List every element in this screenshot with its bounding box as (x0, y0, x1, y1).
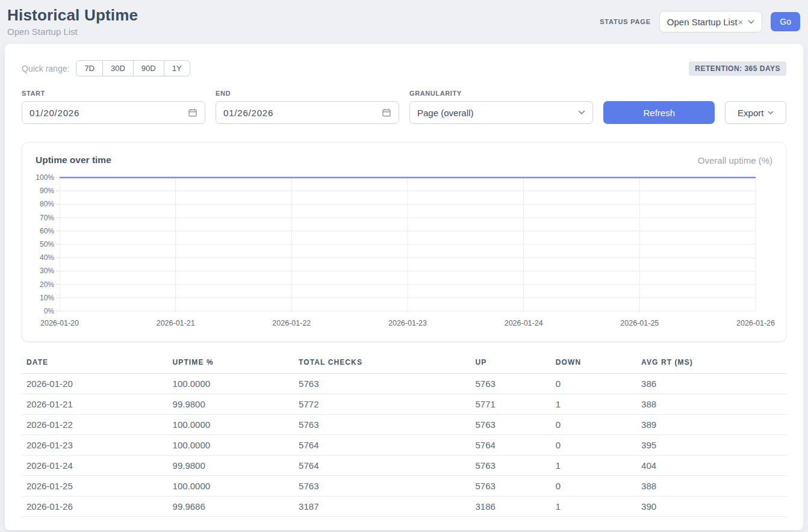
calendar-icon[interactable] (382, 108, 391, 117)
table-cell: 0 (551, 415, 636, 435)
end-date-value: 01/26/2026 (223, 108, 273, 118)
table-cell: 404 (636, 456, 786, 476)
quick-range-7d-button[interactable]: 7D (76, 60, 103, 76)
export-button[interactable]: Export (725, 101, 786, 124)
table-cell: 5763 (294, 476, 470, 496)
table-cell: 1 (551, 394, 636, 415)
table-cell: 5764 (294, 456, 470, 476)
main-panel: Quick range: 7D30D90D1Y RETENTION: 365 D… (5, 44, 803, 530)
chart-legend: Overall uptime (%) (698, 155, 772, 165)
table-row: 2026-01-23100.0000576457640395 (22, 435, 786, 456)
page-subtitle: Open Startup List (7, 26, 138, 37)
column-header: AVG RT (MS) (636, 354, 786, 374)
svg-text:2026-01-24: 2026-01-24 (505, 319, 543, 327)
svg-text:40%: 40% (40, 253, 54, 262)
table-header-row: DATEUPTIME %TOTAL CHECKSUPDOWNAVG RT (MS… (22, 354, 786, 374)
export-label: Export (738, 108, 763, 118)
column-header: UPTIME % (168, 354, 294, 374)
svg-text:2026-01-25: 2026-01-25 (620, 319, 659, 327)
uptime-chart-card: Uptime over time Overall uptime (%) 0%10… (22, 142, 786, 342)
granularity-select[interactable]: Page (overall) (409, 101, 593, 124)
table-row: 2026-01-25100.0000576357630388 (22, 476, 786, 496)
retention-badge: RETENTION: 365 DAYS (689, 61, 786, 76)
title-block: Historical Uptime Open Startup List (7, 6, 138, 37)
chevron-down-icon (578, 110, 585, 115)
table-cell: 389 (636, 415, 786, 435)
table-cell: 5772 (294, 394, 470, 415)
status-page-select[interactable]: Open Startup List × (659, 11, 763, 32)
table-cell: 0 (551, 435, 636, 456)
table-cell: 390 (636, 496, 786, 517)
svg-text:2026-01-22: 2026-01-22 (272, 319, 311, 327)
quick-range-row: Quick range: 7D30D90D1Y RETENTION: 365 D… (22, 60, 786, 76)
table-cell: 2026-01-26 (22, 496, 168, 517)
table-cell: 5763 (470, 415, 550, 435)
table-cell: 388 (636, 476, 786, 496)
filter-form-row: START 01/20/2026 END 01/26/2026 GRANULAR… (22, 90, 786, 124)
table-cell: 2026-01-20 (22, 374, 168, 394)
table-cell: 100.0000 (168, 374, 294, 394)
svg-text:80%: 80% (40, 200, 54, 208)
svg-text:50%: 50% (40, 240, 54, 249)
quick-range-1y-button[interactable]: 1Y (164, 60, 190, 76)
go-button[interactable]: Go (771, 12, 800, 31)
granularity-field: GRANULARITY Page (overall) (409, 90, 593, 124)
svg-text:2026-01-20: 2026-01-20 (40, 319, 79, 327)
end-date-field: END 01/26/2026 (216, 90, 399, 124)
top-header: Historical Uptime Open Startup List STAT… (0, 0, 808, 44)
table-row: 2026-01-20100.0000576357630386 (22, 374, 786, 394)
chart-plot-area: 0%10%20%30%40%50%60%70%80%90%100%2026-01… (36, 172, 772, 332)
svg-text:2026-01-21: 2026-01-21 (157, 319, 195, 327)
quick-range-90d-button[interactable]: 90D (134, 60, 164, 76)
table-row: 2026-01-22100.0000576357630389 (22, 415, 786, 435)
table-cell: 386 (636, 374, 786, 394)
status-page-label: STATUS PAGE (600, 18, 651, 25)
column-header: DOWN (551, 354, 636, 374)
svg-text:30%: 30% (40, 267, 54, 275)
end-date-input[interactable]: 01/26/2026 (216, 101, 399, 124)
chart-title: Uptime over time (36, 155, 111, 165)
table-cell: 3187 (294, 496, 470, 517)
chart-header: Uptime over time Overall uptime (%) (36, 155, 772, 165)
table-cell: 0 (551, 374, 636, 394)
svg-text:10%: 10% (40, 294, 54, 302)
table-cell: 5763 (470, 476, 550, 496)
table-cell: 5771 (470, 394, 550, 415)
svg-text:20%: 20% (40, 280, 54, 289)
svg-text:90%: 90% (40, 187, 54, 195)
uptime-line-chart: 0%10%20%30%40%50%60%70%80%90%100%2026-01… (36, 172, 776, 329)
page-title: Historical Uptime (7, 6, 138, 25)
granularity-value: Page (overall) (417, 108, 473, 118)
granularity-label: GRANULARITY (409, 90, 593, 97)
start-date-value: 01/20/2026 (30, 108, 79, 118)
table-cell: 5763 (294, 415, 470, 435)
svg-text:100%: 100% (36, 173, 54, 182)
table-cell: 2026-01-25 (22, 476, 168, 496)
quick-range-30d-button[interactable]: 30D (103, 60, 134, 76)
table-cell: 2026-01-23 (22, 435, 168, 456)
start-date-field: START 01/20/2026 (22, 90, 205, 124)
svg-text:2026-01-23: 2026-01-23 (388, 319, 427, 327)
column-header: UP (470, 354, 550, 374)
table-cell: 100.0000 (168, 476, 294, 496)
table-cell: 100.0000 (168, 435, 294, 456)
table-row: 2026-01-2199.9800577257711388 (22, 394, 786, 415)
svg-text:2026-01-26: 2026-01-26 (736, 319, 775, 327)
clear-selection-icon[interactable]: × (738, 17, 744, 27)
calendar-icon[interactable] (188, 108, 197, 117)
table-cell: 3186 (470, 496, 550, 517)
start-date-input[interactable]: 01/20/2026 (22, 101, 205, 124)
quick-range-group: 7D30D90D1Y (76, 60, 190, 76)
start-label: START (22, 90, 205, 97)
uptime-table: DATEUPTIME %TOTAL CHECKSUPDOWNAVG RT (MS… (22, 354, 786, 517)
table-cell: 5763 (294, 374, 470, 394)
svg-text:0%: 0% (44, 307, 55, 315)
status-page-controls: STATUS PAGE Open Startup List × Go (600, 11, 800, 32)
table-cell: 99.9686 (168, 496, 294, 517)
refresh-button[interactable]: Refresh (603, 101, 715, 124)
svg-text:60%: 60% (40, 227, 54, 235)
table-cell: 5763 (470, 456, 550, 476)
table-cell: 2026-01-24 (22, 456, 168, 476)
end-label: END (216, 90, 399, 97)
table-cell: 0 (551, 476, 636, 496)
